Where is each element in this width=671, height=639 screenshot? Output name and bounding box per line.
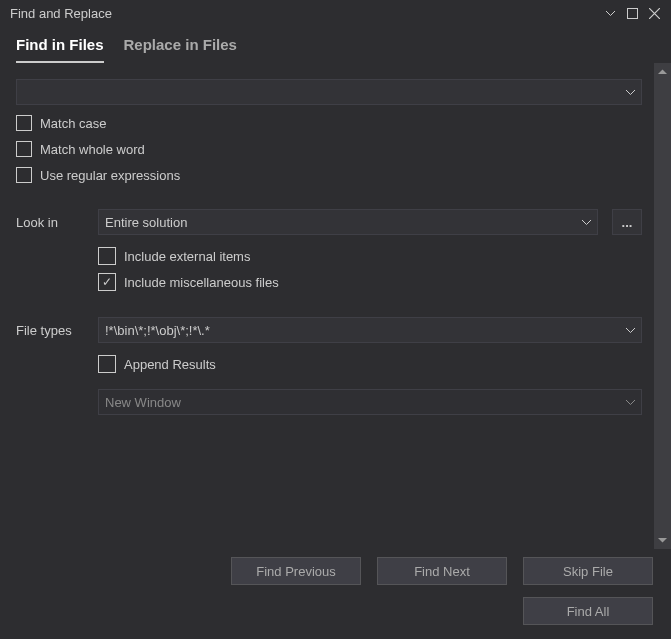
include-external-row[interactable]: Include external items [98, 247, 642, 265]
skip-file-button[interactable]: Skip File [523, 557, 653, 585]
look-in-label: Look in [16, 215, 88, 230]
use-regex-row[interactable]: Use regular expressions [16, 167, 642, 183]
form: Match case Match whole word Use regular … [0, 63, 654, 549]
match-case-row[interactable]: Match case [16, 115, 642, 131]
scroll-up-icon[interactable] [654, 63, 671, 80]
results-options: Append Results New Window [98, 355, 642, 415]
scrollbar[interactable] [654, 63, 671, 549]
append-results-checkbox[interactable] [98, 355, 116, 373]
use-regex-checkbox[interactable] [16, 167, 32, 183]
look-in-row: Look in Entire solution ... [16, 209, 642, 235]
append-results-label: Append Results [124, 357, 216, 372]
window-options-icon[interactable] [601, 4, 619, 22]
button-row-1: Find Previous Find Next Skip File [231, 557, 653, 585]
look-in-value: Entire solution [105, 215, 187, 230]
browse-button[interactable]: ... [612, 209, 642, 235]
file-types-input[interactable]: !*\bin\*;!*\obj\*;!*\.* [98, 317, 642, 343]
include-external-checkbox[interactable] [98, 247, 116, 265]
button-row-2: Find All [523, 597, 653, 625]
tab-replace-in-files[interactable]: Replace in Files [124, 36, 237, 63]
include-misc-label: Include miscellaneous files [124, 275, 279, 290]
results-window-value: New Window [105, 395, 181, 410]
use-regex-label: Use regular expressions [40, 168, 180, 183]
match-word-row[interactable]: Match whole word [16, 141, 642, 157]
look-in-select[interactable]: Entire solution [98, 209, 598, 235]
titlebar: Find and Replace [0, 0, 671, 26]
file-types-row: File types !*\bin\*;!*\obj\*;!*\.* [16, 317, 642, 343]
find-previous-button[interactable]: Find Previous [231, 557, 361, 585]
search-term-input[interactable] [16, 79, 642, 105]
button-bar: Find Previous Find Next Skip File Find A… [0, 549, 671, 639]
results-window-select[interactable]: New Window [98, 389, 642, 415]
chevron-down-icon[interactable] [626, 318, 635, 342]
include-misc-row[interactable]: Include miscellaneous files [98, 273, 642, 291]
include-external-label: Include external items [124, 249, 250, 264]
match-word-label: Match whole word [40, 142, 145, 157]
append-results-row[interactable]: Append Results [98, 355, 642, 373]
match-case-checkbox[interactable] [16, 115, 32, 131]
close-icon[interactable] [645, 4, 663, 22]
window-title: Find and Replace [10, 6, 597, 21]
match-word-checkbox[interactable] [16, 141, 32, 157]
chevron-down-icon[interactable] [626, 390, 635, 414]
file-types-value: !*\bin\*;!*\obj\*;!*\.* [105, 323, 210, 338]
scroll-down-icon[interactable] [654, 532, 671, 549]
maximize-icon[interactable] [623, 4, 641, 22]
content-area: Match case Match whole word Use regular … [0, 63, 671, 549]
svg-rect-0 [627, 8, 637, 18]
chevron-down-icon[interactable] [582, 210, 591, 234]
look-in-options: Include external items Include miscellan… [98, 247, 642, 291]
find-next-button[interactable]: Find Next [377, 557, 507, 585]
match-case-label: Match case [40, 116, 106, 131]
find-all-button[interactable]: Find All [523, 597, 653, 625]
file-types-label: File types [16, 323, 88, 338]
tab-find-in-files[interactable]: Find in Files [16, 36, 104, 63]
include-misc-checkbox[interactable] [98, 273, 116, 291]
chevron-down-icon[interactable] [626, 80, 635, 104]
tab-bar: Find in Files Replace in Files [0, 26, 671, 63]
